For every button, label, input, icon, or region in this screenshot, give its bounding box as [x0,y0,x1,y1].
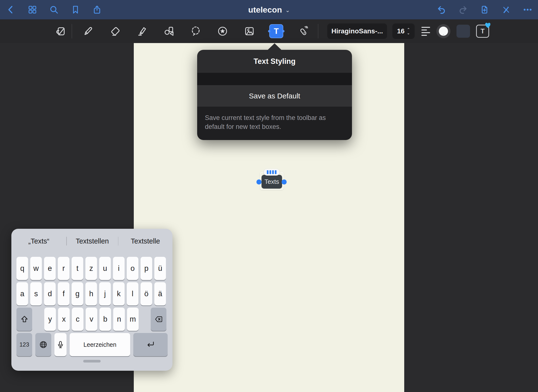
dimmed-swatch[interactable] [456,25,470,38]
font-size-value: 16 [397,27,404,35]
key-x[interactable]: x [58,308,70,331]
keyboard-row-2: asdfghjklöä [16,282,166,305]
key-n[interactable]: n [113,308,125,331]
share-icon[interactable] [92,5,102,15]
numbers-key[interactable]: 123 [16,333,32,356]
return-key[interactable] [133,333,168,356]
key-ö[interactable]: ö [141,282,152,305]
text-tool-selected[interactable]: T [269,24,283,38]
key-z[interactable]: z [85,257,97,280]
text-tool-glyph: T [274,27,279,36]
key-j[interactable]: j [99,282,111,305]
bookmark-icon[interactable] [70,5,81,15]
key-a[interactable]: a [16,282,28,305]
key-d[interactable]: d [44,282,56,305]
elements-tool-icon[interactable] [217,25,228,37]
text-align-button[interactable] [421,26,431,36]
key-e[interactable]: e [44,257,56,280]
key-k[interactable]: k [113,282,125,305]
textbox-resize-handle-left[interactable] [256,179,262,185]
textbox-resize-handle-right[interactable] [282,179,287,185]
eraser-tool-icon[interactable] [109,25,121,37]
align-line [421,35,427,36]
image-tool-icon[interactable] [244,25,255,37]
suggestion-2[interactable]: Textstellen [67,234,118,248]
key-t[interactable]: t [72,257,83,280]
suggestion-1[interactable]: „Texts“ [11,234,66,248]
tool-group: T [82,19,309,43]
add-page-icon[interactable] [479,5,490,15]
popover-description: Save current text style from the toolbar… [197,107,352,140]
font-size-stepper[interactable]: 16 ⌃⌃ [392,23,415,39]
text-tool-right-dot [282,30,284,32]
heart-badge-icon [485,22,491,29]
key-w[interactable]: w [30,257,42,280]
key-s[interactable]: s [30,282,42,305]
key-c[interactable]: c [72,308,83,331]
topbar-right-group [436,0,533,19]
popover-divider-strip [197,73,352,85]
more-options-icon[interactable] [523,5,533,15]
key-o[interactable]: o [127,257,138,280]
text-style-glyph: T [481,28,485,35]
laser-pointer-tool-icon[interactable] [297,25,309,37]
font-family-label: HiraginoSans-... [331,27,383,35]
space-key[interactable]: Leerzeichen [70,333,130,356]
save-as-default-button[interactable]: Save as Default [197,85,352,107]
text-color-swatch: ⌄ [439,27,448,36]
key-ü[interactable]: ü [154,257,166,280]
globe-key[interactable] [35,333,51,356]
key-y[interactable]: y [44,308,56,331]
key-l[interactable]: l [127,282,138,305]
search-icon[interactable] [49,5,59,15]
pen-tool-icon[interactable] [82,25,94,37]
text-box[interactable]: Texts [262,175,282,189]
keyboard-drag-handle[interactable] [83,360,101,362]
align-line [421,32,430,33]
thumbnails-grid-icon[interactable] [27,5,37,15]
toolbar-separator [72,24,72,38]
font-family-button[interactable]: HiraginoSans-... [327,23,387,39]
backspace-key[interactable] [151,308,166,331]
key-v[interactable]: v [86,308,97,331]
undo-icon[interactable] [436,5,447,15]
top-navigation-bar: utelecon ⌄ [0,0,538,19]
shapes-tool-icon[interactable] [163,25,175,37]
title-chevron-down-icon: ⌄ [285,7,290,14]
key-r[interactable]: r [58,257,69,280]
key-ä[interactable]: ä [154,282,166,305]
suggestion-3[interactable]: Textstelle [118,234,172,248]
text-tool-left-dot [268,30,270,32]
align-line [421,27,430,28]
suggestion-bar: „Texts“ Textstellen Textstelle [11,234,172,248]
keyboard-row-1: qwertzuiopü [16,257,166,280]
key-u[interactable]: u [99,257,111,280]
topbar-left-group [6,0,102,19]
highlighter-tool-icon[interactable] [136,25,148,37]
drag-bar [275,170,276,174]
lasso-tool-icon[interactable] [190,25,202,37]
back-icon[interactable] [6,5,16,15]
drag-bar [272,170,274,174]
document-title[interactable]: utelecon ⌄ [248,0,290,19]
shift-key[interactable] [16,308,32,331]
key-q[interactable]: q [16,257,28,280]
text-style-presets-button[interactable]: T [476,25,489,38]
key-f[interactable]: f [58,282,69,305]
app-screen: utelecon ⌄ [0,0,538,392]
key-i[interactable]: i [113,257,125,280]
key-g[interactable]: g [72,282,83,305]
key-h[interactable]: h [85,282,97,305]
key-m[interactable]: m [127,308,139,331]
drag-bar [269,170,271,174]
view-mode-icon[interactable] [55,25,66,37]
dictation-mic-key[interactable] [54,333,67,356]
text-color-well[interactable]: ⌄ [436,24,450,38]
key-p[interactable]: p [141,257,152,280]
popover-arrow [268,43,282,50]
key-b[interactable]: b [99,308,111,331]
redo-icon[interactable] [458,5,468,15]
textbox-drag-handle[interactable] [264,169,280,176]
stylus-toggle-icon[interactable] [501,5,511,15]
text-styling-popover: Text Styling Save as Default Save curren… [197,50,352,140]
